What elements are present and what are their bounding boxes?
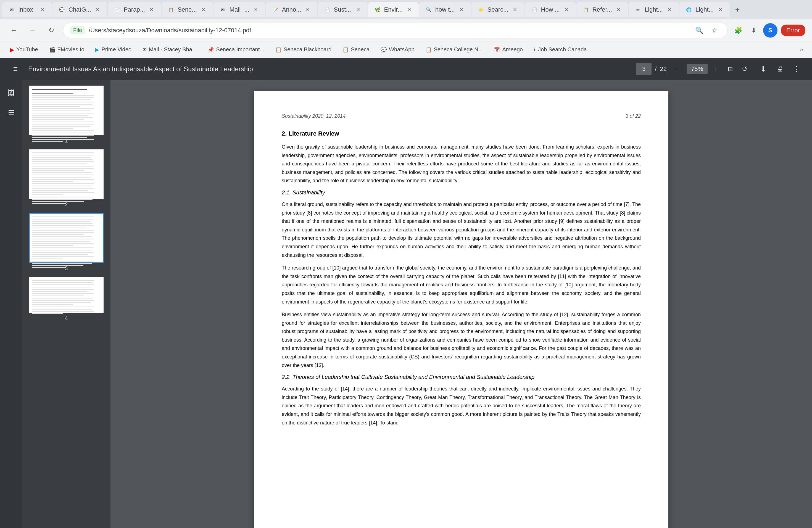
tab-envir[interactable]: 🌿 Envir... ✕ (368, 2, 419, 17)
sidebar-list-button[interactable]: ☰ (4, 105, 18, 120)
pdf-total-pages: 22 (660, 65, 666, 73)
new-tab-button[interactable]: + (730, 2, 744, 17)
tab-close-mail[interactable]: ✕ (252, 6, 260, 14)
tab-label-mail: Mail -... (230, 6, 249, 13)
bookmark-favicon-ameego: 📅 (494, 47, 500, 53)
sidebar-image-button[interactable]: 🖼 (4, 86, 18, 100)
tab-refer[interactable]: 📋 Refer... ✕ (576, 2, 628, 17)
tab-mail[interactable]: ✉ Mail -... ✕ (214, 2, 265, 17)
pdf-page: Sustainability 2020, 12, 2014 3 of 22 2.… (254, 91, 668, 528)
tab-label-chatg: ChatG... (69, 6, 91, 13)
address-bar: ← → ↻ File /Users/staceydsouza/Downloads… (0, 19, 812, 41)
tab-close-how2[interactable]: ✕ (563, 6, 570, 14)
bookmark-job-search[interactable]: ℹ Job Search Canada... (530, 45, 596, 54)
tab-favicon-light1: ✏ (634, 6, 642, 14)
pdf-content[interactable]: Sustainability 2020, 12, 2014 3 of 22 2.… (111, 80, 812, 528)
bookmark-ameego[interactable]: 📅 Ameego (489, 45, 527, 54)
tab-close-envir[interactable]: ✕ (405, 6, 413, 14)
tab-favicon-inbox: ✉ (8, 6, 15, 14)
error-button[interactable]: Error (781, 25, 806, 36)
bookmark-favicon-whatsapp: 💬 (381, 47, 387, 53)
tab-favicon-envir: 🌿 (374, 6, 381, 14)
tab-label-how: how t... (435, 6, 455, 13)
bookmark-favicon-youtube: ▶ (10, 46, 14, 53)
tab-chatg[interactable]: 💬 ChatG... ✕ (53, 2, 107, 17)
forward-button[interactable]: → (25, 23, 40, 38)
search-icon[interactable]: 🔍 (693, 24, 706, 36)
url-bar[interactable]: File /Users/staceydsouza/Downloads/susta… (63, 23, 728, 38)
tab-sene[interactable]: 📋 Sene... ✕ (162, 2, 213, 17)
bookmark-label-whatsapp: WhatsApp (389, 46, 414, 53)
pdf-page-input[interactable] (636, 63, 652, 75)
bookmark-seneca-important[interactable]: 📌 Seneca Important... (203, 45, 269, 54)
tab-light2[interactable]: 🌐 Light... ✕ (679, 2, 730, 17)
tab-how2[interactable]: 📄 How ... ✕ (525, 2, 576, 17)
bookmarks-more-button[interactable]: » (797, 44, 807, 55)
pdf-menu-button[interactable]: ≡ (8, 62, 23, 76)
bookmark-label-seneca-college: Seneca College N... (434, 46, 483, 53)
tab-label-sene: Sene... (178, 6, 197, 13)
tab-bar: ✉ Inbox ✕ 💬 ChatG... ✕ 📄 Parap... ✕ 📋 Se… (0, 0, 812, 19)
tab-inbox[interactable]: ✉ Inbox ✕ (2, 2, 52, 17)
bookmark-label-youtube: YouTube (16, 46, 38, 53)
pdf-page-nav: / 22 (636, 63, 667, 75)
bookmark-seneca-college[interactable]: 📋 Seneca College N... (421, 45, 488, 54)
refresh-button[interactable]: ↻ (44, 23, 59, 38)
tab-label-anno: Anno... (282, 6, 301, 13)
thumbnail-1[interactable]: 1 (27, 86, 106, 144)
tab-close-light2[interactable]: ✕ (716, 6, 724, 14)
tab-close-anno[interactable]: ✕ (304, 6, 312, 14)
star-icon[interactable]: ☆ (709, 24, 721, 36)
tab-label-how2: How ... (541, 6, 560, 13)
bookmark-seneca[interactable]: 📋 Seneca (338, 45, 374, 54)
tab-favicon-chatg: 💬 (58, 6, 66, 14)
protocol-badge: File (70, 26, 85, 34)
tab-sust[interactable]: 📄 Sust... ✕ (318, 2, 367, 17)
bookmark-blackboard[interactable]: 📋 Seneca Blackboard (271, 45, 336, 54)
pdf-more-button[interactable]: ⋮ (789, 62, 804, 76)
tab-label-light1: Light... (644, 6, 663, 13)
bookmark-label-mail: Mail - Stacey Sha... (149, 46, 197, 53)
pdf-zoom-out-button[interactable]: − (672, 63, 684, 75)
bookmark-fmovies[interactable]: 🎬 FMovies.to (45, 45, 89, 54)
downloads-icon[interactable]: ⬇ (748, 24, 760, 36)
extensions-icon[interactable]: 🧩 (732, 24, 744, 36)
tab-close-sust[interactable]: ✕ (354, 6, 362, 14)
tab-close-searc[interactable]: ✕ (511, 6, 519, 14)
tab-searc[interactable]: ⭐ Searc... ✕ (472, 2, 524, 17)
tab-close-sene[interactable]: ✕ (200, 6, 207, 14)
thumbnail-2[interactable]: 2 (27, 149, 106, 208)
profile-icon[interactable]: S (763, 23, 778, 38)
pdf-journal-info: Sustainability 2020, 12, 2014 (282, 113, 346, 119)
bookmark-prime[interactable]: ▶ Prime Video (91, 45, 136, 54)
bookmark-mail[interactable]: ✉ Mail - Stacey Sha... (138, 45, 201, 54)
bookmark-youtube[interactable]: ▶ YouTube (5, 45, 43, 55)
bookmark-label-blackboard: Seneca Blackboard (284, 46, 331, 53)
bookmark-favicon-job-search: ℹ (534, 47, 536, 53)
tab-light1[interactable]: ✏ Light... ✕ (628, 2, 679, 17)
tab-close-refer[interactable]: ✕ (615, 6, 623, 14)
tab-parap[interactable]: 📄 Parap... ✕ (108, 2, 161, 17)
bookmark-label-job-search: Job Search Canada... (538, 46, 591, 53)
bookmark-label-ameego: Ameego (502, 46, 523, 53)
tab-close-parap[interactable]: ✕ (148, 6, 156, 14)
tab-close-how[interactable]: ✕ (458, 6, 465, 14)
thumbnail-3[interactable]: 3 (27, 213, 106, 272)
thumbnail-panel[interactable]: 1 (22, 80, 111, 528)
pdf-fit-page-button[interactable]: ⊡ (724, 63, 736, 75)
pdf-download-button[interactable]: ⬇ (756, 62, 771, 76)
back-button[interactable]: ← (6, 23, 21, 38)
tab-close-light1[interactable]: ✕ (666, 6, 673, 14)
pdf-zoom-in-button[interactable]: + (710, 63, 722, 75)
pdf-print-button[interactable]: 🖨 (773, 62, 787, 76)
bookmark-favicon-seneca: 📋 (343, 47, 349, 53)
bookmark-whatsapp[interactable]: 💬 WhatsApp (376, 45, 419, 54)
pdf-zoom-level: 75% (686, 64, 708, 74)
thumbnail-4[interactable]: 4 (27, 277, 106, 321)
pdf-rotate-button[interactable]: ↺ (739, 63, 751, 75)
tab-close-chatg[interactable]: ✕ (94, 6, 102, 14)
tab-anno[interactable]: 📝 Anno... ✕ (266, 2, 317, 17)
tab-close-inbox[interactable]: ✕ (39, 6, 46, 14)
tab-how[interactable]: 🔍 how t... ✕ (419, 2, 471, 17)
bookmark-label-seneca-important: Seneca Important... (216, 46, 264, 53)
